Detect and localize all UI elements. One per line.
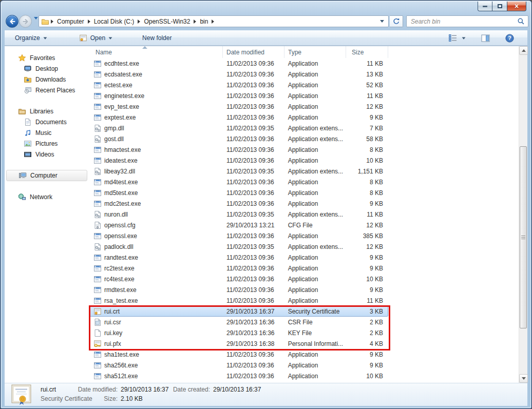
- breadcrumb-item-computer[interactable]: Computer: [54, 18, 87, 25]
- sidebar-item-computer[interactable]: Computer: [6, 170, 87, 181]
- sidebar-item-pictures[interactable]: Pictures: [5, 138, 89, 149]
- vertical-scrollbar[interactable]: [519, 46, 527, 383]
- recent-pages-dropdown[interactable]: [34, 20, 38, 27]
- breadcrumb: ComputerLocal Disk (C:)OpenSSL-Win32bin: [50, 18, 215, 25]
- close-button[interactable]: ×: [507, 2, 526, 11]
- file-row-sha1test-exe[interactable]: sha1test.exe11/02/2013 09:36Application9…: [89, 349, 388, 360]
- file-row-rui-csr[interactable]: rui.csr29/10/2013 16:36CSR File2 KB: [89, 317, 388, 327]
- column-header-date-modified[interactable]: Date modified: [223, 46, 284, 58]
- breadcrumb-item-openssl-win32[interactable]: OpenSSL-Win32: [141, 18, 193, 25]
- file-row-gmp-dll[interactable]: gmp.dll11/02/2013 09:35Application exten…: [89, 123, 388, 133]
- file-rows: ecdhtest.exe11/02/2013 09:36Application1…: [89, 58, 388, 381]
- file-row-openssl-exe[interactable]: openssl.exe11/02/2013 09:36Application38…: [89, 230, 388, 241]
- file-row-sha256t-exe[interactable]: sha256t.exe11/02/2013 09:36Application9 …: [89, 360, 388, 371]
- file-row-rc4test-exe[interactable]: rc4test.exe11/02/2013 09:36Application10…: [89, 274, 388, 284]
- file-date-modified: 11/02/2013 09:36: [223, 286, 284, 294]
- crt-icon: [93, 307, 102, 316]
- breadcrumb-separator-icon[interactable]: [88, 20, 90, 24]
- sidebar-item-videos[interactable]: Videos: [5, 149, 89, 160]
- breadcrumb-separator-icon[interactable]: [51, 20, 53, 24]
- organize-button[interactable]: Organize: [11, 32, 51, 44]
- preview-pane-button[interactable]: [477, 32, 494, 44]
- file-row-ecdsatest-exe[interactable]: ecdsatest.exe11/02/2013 09:36Application…: [89, 69, 388, 80]
- file-row-nuron-dll[interactable]: nuron.dll11/02/2013 09:35Application ext…: [89, 209, 388, 220]
- file-row-libeay32-dll[interactable]: libeay32.dll11/02/2013 09:35Application …: [89, 166, 388, 177]
- minimize-button[interactable]: [478, 2, 492, 11]
- file-row-sha512t-exe[interactable]: sha512t.exe11/02/2013 09:36Application10…: [89, 371, 388, 381]
- file-row-gost-dll[interactable]: gost.dll11/02/2013 09:36Application exte…: [89, 133, 388, 144]
- file-type: Application: [284, 103, 346, 110]
- file-type: Application: [284, 297, 346, 304]
- scrollbar-thumb[interactable]: [520, 146, 527, 328]
- help-button[interactable]: ?: [501, 32, 518, 45]
- scroll-down-button[interactable]: [519, 374, 528, 383]
- sidebar-item-music[interactable]: Music: [5, 127, 89, 138]
- column-header-size[interactable]: Size: [346, 46, 388, 58]
- breadcrumb-item-bin[interactable]: bin: [197, 18, 211, 25]
- date-created-label: Date created:: [159, 386, 210, 393]
- file-row-openssl-cfg[interactable]: openssl.cfg29/10/2013 13:21CFG File12 KB: [89, 220, 388, 230]
- file-row-padlock-dll[interactable]: padlock.dll11/02/2013 09:35Application e…: [89, 241, 388, 252]
- file-size: 2 KB: [346, 329, 388, 337]
- address-dropdown-icon[interactable]: [380, 20, 384, 23]
- search-input[interactable]: [410, 17, 517, 26]
- breadcrumb-separator-icon[interactable]: [194, 20, 196, 24]
- file-row-rc2test-exe[interactable]: rc2test.exe11/02/2013 09:36Application9 …: [89, 263, 388, 274]
- sidebar-item-libraries[interactable]: Libraries: [5, 106, 89, 116]
- sidebar-item-documents[interactable]: Documents: [5, 116, 89, 127]
- open-button[interactable]: Open: [75, 32, 117, 44]
- refresh-button[interactable]: [390, 15, 403, 27]
- file-row-rui-key[interactable]: rui.key29/10/2013 16:36KEY File2 KB: [89, 327, 388, 338]
- organize-label: Organize: [15, 34, 40, 42]
- sidebar-item-label: Videos: [35, 151, 54, 158]
- exe-icon: [93, 254, 102, 262]
- breadcrumb-item-local-disk-c[interactable]: Local Disk (C:): [91, 18, 138, 25]
- file-row-evp-test-exe[interactable]: evp_test.exe11/02/2013 09:36Application1…: [89, 101, 388, 112]
- scroll-down-icon: [522, 377, 526, 380]
- file-row-exptest-exe[interactable]: exptest.exe11/02/2013 09:36Application9 …: [89, 112, 388, 123]
- breadcrumb-separator-icon[interactable]: [138, 20, 140, 24]
- sidebar-item-label: Recent Places: [35, 87, 75, 94]
- file-row-rsa-test-exe[interactable]: rsa_test.exe11/02/2013 09:36Application1…: [89, 295, 388, 306]
- file-row-rui-crt[interactable]: rui.crt29/10/2013 16:37Security Certific…: [89, 306, 388, 317]
- file-date-modified: 11/02/2013 09:36: [223, 103, 284, 110]
- file-type: CSR File: [284, 319, 346, 326]
- views-button[interactable]: [444, 32, 470, 44]
- sidebar-item-label: Computer: [30, 172, 58, 179]
- file-row-rui-pfx[interactable]: rui.pfx29/10/2013 16:38Personal Informat…: [89, 338, 388, 349]
- file-row-ectest-exe[interactable]: ectest.exe11/02/2013 09:36Application52 …: [89, 80, 388, 90]
- file-type: Application extens...: [284, 135, 346, 143]
- sidebar-item-desktop[interactable]: Desktop: [5, 63, 89, 74]
- file-type: Personal Informati...: [284, 340, 346, 347]
- file-row-md4test-exe[interactable]: md4test.exe11/02/2013 09:36Application8 …: [89, 177, 388, 187]
- file-size: 52 KB: [346, 82, 388, 89]
- column-header-type[interactable]: Type: [284, 46, 346, 58]
- sidebar-item-network[interactable]: Network: [5, 191, 89, 202]
- file-row-md5test-exe[interactable]: md5test.exe11/02/2013 09:36Application8 …: [89, 187, 388, 198]
- file-size: 12 KB: [346, 222, 388, 229]
- sidebar-item-recent-places[interactable]: Recent Places: [5, 85, 89, 95]
- file-row-ideatest-exe[interactable]: ideatest.exe11/02/2013 09:36Application1…: [89, 155, 388, 166]
- new-folder-button[interactable]: New folder: [138, 32, 176, 44]
- file-row-ecdhtest-exe[interactable]: ecdhtest.exe11/02/2013 09:36Application1…: [89, 58, 388, 69]
- file-row-mdc2test-exe[interactable]: mdc2test.exe11/02/2013 09:36Application9…: [89, 198, 388, 209]
- close-icon: ×: [515, 3, 519, 10]
- sidebar-item-favorites[interactable]: Favorites: [5, 52, 89, 63]
- scroll-up-button[interactable]: [519, 46, 528, 55]
- exe-icon: [93, 264, 102, 272]
- file-row-hmactest-exe[interactable]: hmactest.exe11/02/2013 09:36Application8…: [89, 144, 388, 155]
- maximize-button[interactable]: [492, 2, 507, 11]
- exe-icon: [93, 103, 102, 111]
- address-bar[interactable]: ComputerLocal Disk (C:)OpenSSL-Win32bin: [39, 15, 389, 27]
- sidebar-item-downloads[interactable]: Downloads: [5, 74, 89, 85]
- file-row-randtest-exe[interactable]: randtest.exe11/02/2013 09:36Application9…: [89, 252, 388, 263]
- file-row-enginetest-exe[interactable]: enginetest.exe11/02/2013 09:36Applicatio…: [89, 90, 388, 101]
- main-content: FavoritesDesktopDownloadsRecent PlacesLi…: [5, 46, 527, 383]
- breadcrumb-separator-icon[interactable]: [212, 20, 214, 24]
- file-row-rmdtest-exe[interactable]: rmdtest.exe11/02/2013 09:36Application9 …: [89, 284, 388, 295]
- documents-icon: [24, 118, 32, 126]
- column-header-name[interactable]: Name: [89, 46, 223, 58]
- forward-button[interactable]: [19, 15, 32, 28]
- file-name: md5test.exe: [104, 189, 138, 197]
- back-button[interactable]: [6, 15, 18, 28]
